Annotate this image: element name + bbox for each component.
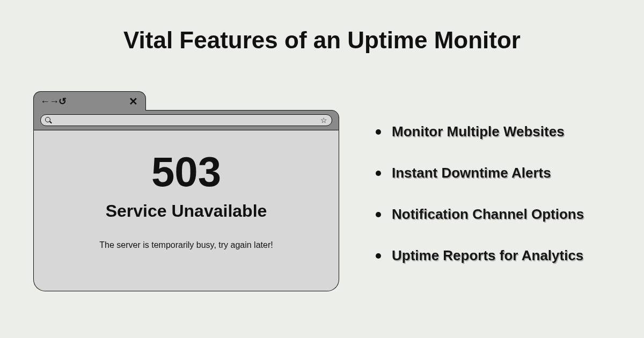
search-icon	[45, 117, 52, 123]
browser-tab-bar: ←→↺ ✕	[33, 91, 146, 111]
error-code: 503	[151, 151, 221, 193]
close-icon[interactable]: ✕	[129, 95, 138, 108]
url-bar[interactable]: ☆	[40, 114, 332, 126]
list-item: Instant Downtime Alerts	[376, 165, 623, 181]
star-icon[interactable]: ☆	[320, 116, 327, 124]
error-message: The server is temporarily busy, try agai…	[99, 240, 273, 250]
page-body: 503 Service Unavailable The server is te…	[33, 130, 339, 291]
list-item: Monitor Multiple Websites	[376, 123, 623, 140]
browser-toolbar: ☆	[33, 110, 339, 130]
list-item: Uptime Reports for Analytics	[376, 247, 623, 264]
nav-arrows-icon[interactable]: ←→↺	[40, 95, 66, 107]
browser-window: ←→↺ ✕ ☆ 503 Service Unavailable The serv…	[33, 91, 339, 291]
list-item: Notification Channel Options	[376, 206, 623, 223]
error-status: Service Unavailable	[106, 201, 267, 221]
feature-list: Monitor Multiple Websites Instant Downti…	[376, 123, 623, 289]
page-title: Vital Features of an Uptime Monitor	[0, 27, 644, 54]
